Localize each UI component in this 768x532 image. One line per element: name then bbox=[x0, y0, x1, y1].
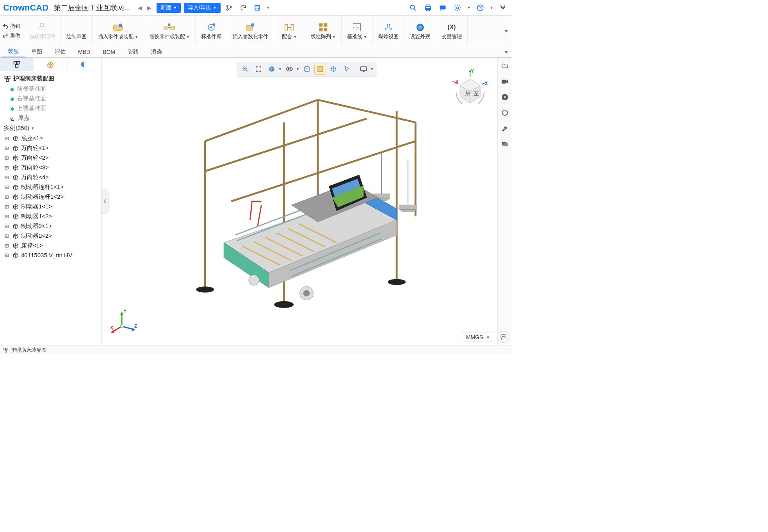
expand-icon[interactable] bbox=[497, 2, 508, 13]
side-tab-tree[interactable] bbox=[0, 58, 34, 71]
save-dropdown[interactable]: ▼ bbox=[266, 2, 271, 13]
expand-icon[interactable]: ⊞ bbox=[5, 223, 10, 229]
undo-button[interactable]: 撤销 bbox=[2, 22, 22, 30]
expand-icon[interactable]: ⊞ bbox=[5, 204, 10, 210]
variable-mgmt-button[interactable]: (X) 变量管理 bbox=[436, 16, 468, 46]
sketch-button[interactable]: 绘制草图 bbox=[61, 16, 93, 46]
instance-item[interactable]: ⊞万向轮<3> bbox=[4, 163, 100, 173]
fit-icon[interactable] bbox=[253, 64, 264, 75]
insert-param-button[interactable]: 插入参数化零件 bbox=[227, 16, 274, 46]
settings-icon[interactable] bbox=[452, 2, 463, 13]
tab-assembly[interactable]: 装配 bbox=[2, 46, 25, 57]
comment-icon[interactable] bbox=[437, 2, 448, 13]
monitor-dropdown[interactable]: ▼ bbox=[370, 64, 374, 75]
exploded-view-button[interactable]: 爆炸视图 bbox=[373, 16, 404, 46]
replace-part-button[interactable]: 替换零件或装配▼ bbox=[144, 16, 196, 46]
zoom-icon[interactable] bbox=[239, 64, 251, 75]
tree-root-label: 护理病床装配图 bbox=[13, 75, 54, 82]
view-toolbar: ▼ ▼ ▼ bbox=[237, 62, 376, 77]
eye-dropdown[interactable]: ▼ bbox=[296, 64, 299, 75]
sidebar-collapse-handle[interactable] bbox=[102, 189, 109, 214]
instance-item[interactable]: ⊞制动器2<2> bbox=[4, 231, 100, 241]
instance-item[interactable]: ⊞床撑<1> bbox=[4, 241, 100, 251]
import-export-button[interactable]: 导入/导出 ▼ bbox=[184, 3, 221, 13]
branch-icon[interactable] bbox=[224, 2, 235, 13]
expand-icon[interactable]: ⊞ bbox=[5, 165, 10, 171]
p-icon[interactable]: P bbox=[501, 93, 509, 101]
layers-icon[interactable] bbox=[501, 140, 509, 148]
expand-icon[interactable]: ⊞ bbox=[5, 155, 10, 161]
monitor-icon[interactable] bbox=[358, 64, 369, 75]
instance-item[interactable]: ⊞万向轮<2> bbox=[4, 153, 100, 163]
3d-viewport[interactable]: ▼ ▼ ▼ 后 左 X Y Z bbox=[102, 58, 511, 345]
view-cube[interactable]: 后 左 X Y Z bbox=[447, 66, 494, 112]
tree-plane-top[interactable]: ◆上视基准面 bbox=[3, 103, 100, 113]
instance-item[interactable]: ⊞底座<1> bbox=[4, 133, 100, 143]
instance-item[interactable]: ⊞制动器1<2> bbox=[4, 212, 100, 221]
cursor-tool-icon[interactable] bbox=[341, 64, 353, 75]
instance-item[interactable]: ⊞制动器连杆1<1> bbox=[4, 182, 100, 192]
instance-item[interactable]: ⊞40115035 V_rin HV bbox=[4, 251, 100, 260]
std-lib-button[interactable]: 标准件库 bbox=[196, 16, 227, 46]
units-selector[interactable]: MMGS ▼ bbox=[462, 333, 494, 342]
section-icon[interactable] bbox=[301, 64, 313, 75]
expand-icon[interactable]: ⊞ bbox=[5, 194, 10, 200]
nav-forward-button[interactable]: ▶ bbox=[145, 4, 153, 12]
instance-item[interactable]: ⊞万向轮<4> bbox=[4, 173, 100, 182]
shaded-icon[interactable] bbox=[314, 64, 326, 75]
cube-icon[interactable] bbox=[501, 109, 509, 117]
side-tab-config[interactable] bbox=[34, 58, 67, 71]
expand-icon[interactable]: ⊞ bbox=[5, 184, 10, 190]
cube-view-icon[interactable] bbox=[266, 64, 278, 75]
insert-part-button[interactable]: 插入零件或装配▼ bbox=[93, 16, 144, 46]
expand-icon[interactable]: ⊞ bbox=[5, 174, 10, 180]
tab-piping[interactable]: 管路 bbox=[121, 47, 145, 57]
tab-render[interactable]: 渲染 bbox=[145, 47, 168, 57]
expand-icon[interactable]: ⊞ bbox=[5, 233, 10, 239]
expand-icon[interactable]: ⊞ bbox=[5, 252, 10, 258]
save-icon[interactable] bbox=[252, 2, 263, 13]
tree-plane-front[interactable]: ◆前视基准面 bbox=[3, 84, 100, 94]
tree-instances-header[interactable]: 实例(350) ▾ bbox=[3, 123, 100, 133]
ribbon-more[interactable]: ▾ bbox=[505, 16, 511, 46]
tab-bom[interactable]: BOM bbox=[96, 47, 121, 57]
expand-icon[interactable]: ⊞ bbox=[5, 214, 10, 219]
video-icon[interactable] bbox=[501, 77, 509, 86]
feature-tree-panel: 护理病床装配图 ◆前视基准面 ◆右视基准面 ◆上视基准面 原点 实例(350) … bbox=[0, 58, 102, 345]
mate-button[interactable]: 配合▼ bbox=[274, 16, 305, 46]
linear-pattern-button[interactable]: 线性阵列▼ bbox=[305, 16, 342, 46]
print-icon[interactable] bbox=[422, 2, 433, 13]
instance-item[interactable]: ⊞万向轮<1> bbox=[4, 143, 100, 153]
ref-line-button[interactable]: 基准线▼ bbox=[342, 16, 373, 46]
edit-part-button[interactable]: 编辑零部件 bbox=[24, 16, 61, 46]
tree-plane-right[interactable]: ◆右视基准面 bbox=[3, 94, 100, 103]
instance-item[interactable]: ⊞制动器1<1> bbox=[4, 202, 100, 212]
folder-icon[interactable] bbox=[501, 62, 509, 70]
instance-item[interactable]: ⊞制动器2<1> bbox=[4, 221, 100, 231]
redo-button[interactable]: 重做 bbox=[2, 31, 22, 40]
cube-dropdown[interactable]: ▼ bbox=[278, 64, 282, 75]
wireframe-icon[interactable] bbox=[328, 64, 339, 75]
expand-icon[interactable]: ⊞ bbox=[5, 145, 10, 151]
tree-root[interactable]: 护理病床装配图 bbox=[3, 73, 100, 84]
tab-evaluate[interactable]: 评估 bbox=[48, 47, 72, 57]
tab-sketch[interactable]: 草图 bbox=[25, 47, 48, 57]
tree-origin[interactable]: 原点 bbox=[3, 113, 100, 123]
wrench-icon[interactable] bbox=[501, 124, 509, 133]
nav-back-button[interactable]: ◀ bbox=[135, 4, 144, 12]
feedback-button[interactable] bbox=[497, 331, 509, 343]
refresh-icon[interactable] bbox=[238, 2, 249, 13]
expand-icon[interactable]: ⊞ bbox=[5, 135, 10, 141]
instance-item[interactable]: ⊞制动器连杆1<2> bbox=[4, 192, 100, 202]
settings-dropdown[interactable]: ▼ bbox=[467, 5, 471, 10]
expand-icon[interactable]: ⊞ bbox=[5, 243, 10, 249]
help-dropdown[interactable]: ▼ bbox=[490, 5, 494, 10]
tabs-more[interactable]: ▾ bbox=[505, 49, 511, 55]
appearance-button[interactable]: 设置外观 bbox=[404, 16, 436, 46]
side-tab-display[interactable] bbox=[68, 58, 101, 71]
search-icon[interactable] bbox=[408, 2, 419, 13]
tab-mbd[interactable]: MBD bbox=[72, 47, 96, 57]
new-button[interactable]: 新建 ▼ bbox=[157, 3, 181, 13]
help-icon[interactable] bbox=[475, 2, 486, 13]
eye-icon[interactable] bbox=[283, 64, 295, 75]
